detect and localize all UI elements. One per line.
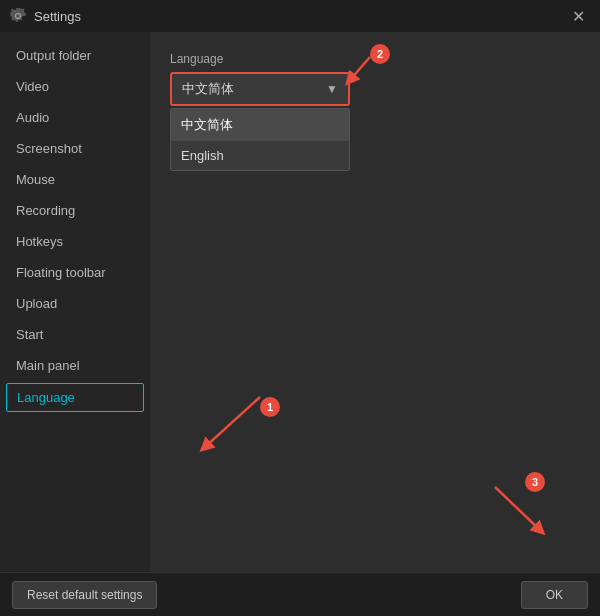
- sidebar-item-language[interactable]: Language: [6, 383, 144, 412]
- svg-line-2: [495, 487, 540, 530]
- dropdown-selected-value: 中文简体: [182, 80, 234, 98]
- title-bar-left: Settings: [10, 8, 81, 24]
- sidebar-item-screenshot[interactable]: Screenshot: [0, 133, 150, 164]
- dropdown-option-english[interactable]: English: [171, 141, 349, 170]
- ok-button[interactable]: OK: [521, 581, 588, 609]
- annotation-badge-3: 3: [525, 472, 545, 492]
- content-area: Language 中文简体 ▼ 中文简体 English 2: [150, 32, 600, 572]
- arrow-3: [485, 482, 555, 542]
- sidebar-item-upload[interactable]: Upload: [0, 288, 150, 319]
- annotation-badge-2: 2: [370, 44, 390, 64]
- sidebar: Output folder Video Audio Screenshot Mou…: [0, 32, 150, 572]
- sidebar-item-audio[interactable]: Audio: [0, 102, 150, 133]
- dropdown-option-chinese[interactable]: 中文简体: [171, 109, 349, 141]
- chevron-down-icon: ▼: [326, 82, 338, 96]
- sidebar-item-recording[interactable]: Recording: [0, 195, 150, 226]
- reset-default-settings-button[interactable]: Reset default settings: [12, 581, 157, 609]
- svg-line-1: [205, 397, 260, 447]
- sidebar-item-mouse[interactable]: Mouse: [0, 164, 150, 195]
- settings-icon: [10, 8, 26, 24]
- sidebar-item-floating-toolbar[interactable]: Floating toolbar: [0, 257, 150, 288]
- annotation-badge-1: 1: [260, 397, 280, 417]
- sidebar-item-start[interactable]: Start: [0, 319, 150, 350]
- main-layout: Output folder Video Audio Screenshot Mou…: [0, 32, 600, 572]
- language-dropdown-container: 中文简体 ▼ 中文简体 English: [170, 72, 350, 106]
- language-dropdown[interactable]: 中文简体 ▼: [170, 72, 350, 106]
- sidebar-item-output-folder[interactable]: Output folder: [0, 40, 150, 71]
- title-bar: Settings ✕: [0, 0, 600, 32]
- close-button[interactable]: ✕: [566, 4, 590, 28]
- language-dropdown-menu: 中文简体 English: [170, 108, 350, 171]
- window-title: Settings: [34, 9, 81, 24]
- sidebar-item-video[interactable]: Video: [0, 71, 150, 102]
- bottom-bar: Reset default settings OK: [0, 572, 600, 616]
- sidebar-item-hotkeys[interactable]: Hotkeys: [0, 226, 150, 257]
- sidebar-item-main-panel[interactable]: Main panel: [0, 350, 150, 381]
